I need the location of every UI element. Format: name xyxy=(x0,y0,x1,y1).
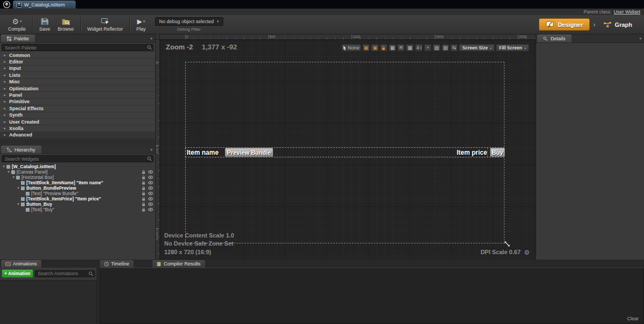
lock-icon[interactable] xyxy=(142,186,145,190)
palette-category-common[interactable]: ▸Common xyxy=(0,52,155,59)
hierarchy-row[interactable]: [TextBlock_ItemPrice] "Item price" xyxy=(0,196,155,201)
palette-category-special-effects[interactable]: ▸Special Effects xyxy=(0,105,155,112)
palette-category-advanced[interactable]: ▸Advanced xyxy=(0,132,155,139)
respect-locks-button[interactable]: R xyxy=(397,44,405,52)
lock-icon[interactable] xyxy=(142,191,145,196)
lock-icon[interactable] xyxy=(142,197,145,201)
tab-timeline[interactable]: Timeline xyxy=(100,260,134,268)
fill-screen-dropdown[interactable]: Fill Screen ▾ xyxy=(496,44,529,52)
lock-icon[interactable] xyxy=(142,207,145,212)
expand-arrow-icon[interactable]: ▾ xyxy=(6,170,11,174)
tab-animations[interactable]: Animations xyxy=(1,260,41,268)
play-button[interactable]: ▶ ▾ Play xyxy=(133,17,150,32)
graph-mode-button[interactable]: Graph xyxy=(599,19,636,30)
tab-compiler-results[interactable]: Compiler Results xyxy=(152,260,205,268)
add-animation-button[interactable]: + Animation xyxy=(2,269,33,278)
palette-category-optimization[interactable]: ▸Optimization xyxy=(0,85,155,92)
textblock-itemprice-widget[interactable]: Item price xyxy=(457,148,488,157)
compiler-results-content[interactable]: Clear xyxy=(100,268,644,324)
expand-arrow-icon[interactable]: ▾ xyxy=(2,164,6,169)
browse-button[interactable]: Browse xyxy=(54,17,78,32)
textblock-itemname-widget[interactable]: Item name xyxy=(187,148,218,157)
palette-category-lists[interactable]: ▸Lists xyxy=(0,72,155,78)
preview-background-button[interactable]: ▨ xyxy=(433,44,441,52)
palette-category-user-created[interactable]: ▸User Created xyxy=(0,119,155,125)
save-button[interactable]: Save xyxy=(35,17,54,32)
animations-list[interactable] xyxy=(0,280,97,324)
hierarchy-row[interactable]: [Text] "Preview Bundle" xyxy=(0,191,155,196)
hierarchy-row[interactable]: [TextBlock_ItemName] "Item name" xyxy=(0,180,155,185)
parent-class-link[interactable]: User Widget xyxy=(613,9,640,15)
visibility-eye-icon[interactable] xyxy=(148,192,153,195)
hierarchy-row[interactable]: ▾Button_BundlePreview xyxy=(0,185,155,191)
expand-arrow-icon[interactable]: ▸ xyxy=(3,106,7,111)
dpi-settings-gear-icon[interactable]: ⚙ xyxy=(524,249,530,256)
palette-category-editor[interactable]: ▸Editor xyxy=(0,59,155,65)
hierarchy-row[interactable]: ▾[Horizontal Box] xyxy=(0,175,155,180)
panel-menu-caret-icon[interactable]: ▾ xyxy=(639,37,641,41)
animations-search-input[interactable] xyxy=(35,270,95,277)
expand-arrow-icon[interactable]: ▸ xyxy=(3,66,7,70)
layout-grid-button[interactable]: ▦ xyxy=(406,44,414,52)
zoom-to-fit-button[interactable]: + xyxy=(424,44,431,52)
expand-arrow-icon[interactable]: ▾ xyxy=(16,186,20,190)
expand-arrow-icon[interactable]: ▸ xyxy=(3,133,7,137)
palette-category-input[interactable]: ▸Input xyxy=(0,66,155,72)
expand-arrow-icon[interactable]: ▸ xyxy=(3,113,7,117)
expand-arrow-icon[interactable]: ▸ xyxy=(3,120,7,124)
button-bundlepreview-widget[interactable]: Preview Bundle xyxy=(225,148,273,157)
widget-reflector-button[interactable]: Widget Reflector xyxy=(84,17,127,32)
lock-icon[interactable] xyxy=(142,175,145,179)
visibility-eye-icon[interactable] xyxy=(148,197,153,200)
tab-hierarchy[interactable]: Hierarchy xyxy=(1,146,41,154)
expand-arrow-icon[interactable]: ▾ xyxy=(11,175,16,179)
lock-icon[interactable] xyxy=(142,181,145,185)
anchor-tool-button[interactable]: None xyxy=(341,44,361,52)
expand-arrow-icon[interactable]: ▸ xyxy=(3,53,7,57)
panel-menu-caret-icon[interactable]: ▾ xyxy=(150,148,152,152)
visibility-eye-icon[interactable] xyxy=(148,186,153,190)
outline-toggle-button[interactable]: ▣ xyxy=(371,44,379,52)
palette-category-primitive[interactable]: ▸Primitive xyxy=(0,99,155,105)
localization-preview-button[interactable]: ▣ xyxy=(362,44,370,52)
expand-arrow-icon[interactable]: ▸ xyxy=(3,126,7,131)
horizontal-box-widget[interactable]: Item name Preview Bundle Item price Buy xyxy=(185,147,504,157)
designer-canvas[interactable]: 0500100015002000 05 0 01 0 0 0 Zoom -2 1… xyxy=(156,34,536,260)
expand-arrow-icon[interactable]: ▸ xyxy=(3,87,7,91)
expand-arrow-icon[interactable]: ▾ xyxy=(16,202,20,206)
grid-snap-button[interactable]: ▦ xyxy=(389,44,397,52)
visibility-eye-icon[interactable] xyxy=(148,208,153,211)
panel-menu-caret-icon[interactable]: ▾ xyxy=(150,37,152,41)
hierarchy-search-input[interactable] xyxy=(2,155,153,162)
expand-arrow-icon[interactable]: ▸ xyxy=(3,80,7,84)
hierarchy-row[interactable]: ▾Button_Buy xyxy=(0,201,155,207)
hierarchy-row[interactable]: [Text] "Buy" xyxy=(0,207,155,212)
tab-palette[interactable]: Palette xyxy=(1,34,35,42)
visibility-eye-icon[interactable] xyxy=(148,181,153,184)
palette-category-misc[interactable]: ▸Misc xyxy=(0,79,155,85)
document-tab[interactable]: W_CatalogListItem xyxy=(13,1,76,9)
palette-category-xsolla[interactable]: ▸Xsolla xyxy=(0,125,155,132)
play-dropdown-caret[interactable]: ▾ xyxy=(143,19,145,24)
expand-arrow-icon[interactable]: ▸ xyxy=(3,93,7,97)
expand-arrow-icon[interactable]: ▸ xyxy=(3,60,7,64)
tab-details[interactable]: Details xyxy=(537,34,572,42)
expand-arrow-icon[interactable]: ▸ xyxy=(3,99,7,104)
hierarchy-row[interactable]: ▾[Canvas Panel] xyxy=(0,169,155,175)
button-buy-widget[interactable]: Buy xyxy=(490,148,505,157)
flip-preview-button[interactable]: ⇆ xyxy=(450,44,458,52)
screenshot-button[interactable]: ▨ xyxy=(442,44,450,52)
palette-category-synth[interactable]: ▸Synth xyxy=(0,112,155,119)
visibility-eye-icon[interactable] xyxy=(148,203,153,206)
compile-dropdown-caret[interactable]: ▾ xyxy=(20,19,22,24)
visibility-eye-icon[interactable] xyxy=(148,176,153,179)
palette-search-input[interactable] xyxy=(2,44,153,51)
expand-arrow-icon[interactable]: ▸ xyxy=(3,73,7,77)
stepper-arrows-icon[interactable]: ▴▾ xyxy=(420,46,421,50)
lock-icon[interactable] xyxy=(142,170,145,174)
debug-object-dropdown[interactable]: No debug object selected ▾ xyxy=(155,17,223,26)
grid-size-stepper[interactable]: 4 ▴▾ xyxy=(415,44,423,52)
hierarchy-row[interactable]: ▾[W_CatalogListItem] xyxy=(0,164,155,169)
lock-widgets-button[interactable] xyxy=(380,44,387,52)
palette-category-panel[interactable]: ▸Panel xyxy=(0,92,155,98)
